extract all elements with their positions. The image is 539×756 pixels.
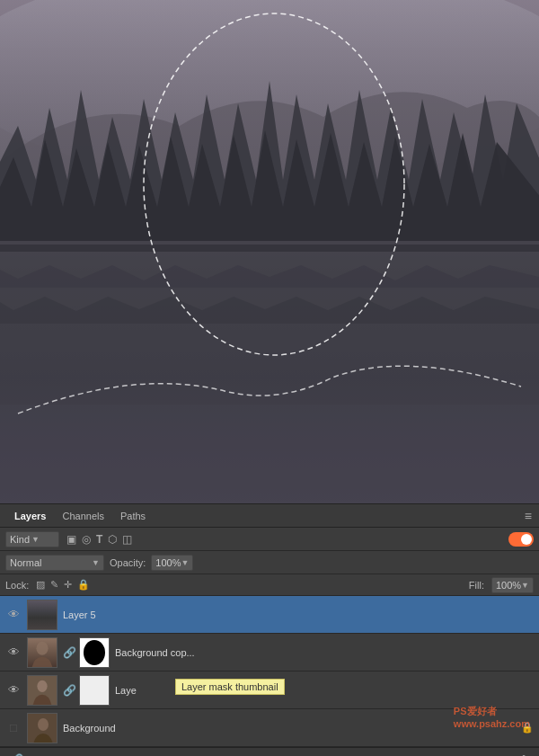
filter-type-icon[interactable]: T [96,533,102,546]
lock-label: Lock: [5,580,29,591]
chain-icon-mask: 🔗 [63,684,74,697]
thumb-landscape-layer5 [28,600,57,629]
svg-point-10 [38,718,49,731]
lock-paint-icon[interactable]: ✎ [50,579,58,591]
blend-chevron: ▼ [92,558,100,567]
filter-shape-icon[interactable]: ⬡ [108,533,117,546]
svg-point-8 [37,680,47,691]
svg-rect-3 [0,245,539,503]
chain-icon-bg-copy: 🔗 [63,646,74,659]
layers-panel: Layers Channels Paths ≡ Kind ▼ ▣ ◎ T ⬡ ◫… [0,503,539,756]
svg-point-1 [0,0,539,180]
selection-outline-svg [0,0,539,503]
visibility-background[interactable]: □ [5,720,22,736]
layer-name-background: Background [63,723,516,734]
lock-all-icon[interactable]: 🔒 [77,579,90,591]
thumb-portrait-background [28,714,57,743]
white-mask-thumb [79,675,110,706]
create-group-icon[interactable]: ◫ [73,752,91,756]
create-layer-icon[interactable]: □ [96,752,110,756]
filter-smart-icon[interactable]: ◫ [122,533,132,546]
forest-svg [0,0,539,503]
add-mask-icon[interactable]: □ [53,752,67,756]
svg-rect-2 [0,241,539,245]
blend-mode-select[interactable]: Normal ▼ [5,555,104,571]
tab-layers[interactable]: Layers [7,507,53,525]
delete-layer-icon[interactable]: 🗑 [515,752,534,756]
visibility-background-copy[interactable]: 👁 [5,645,22,661]
tab-channels[interactable]: Channels [55,507,110,525]
svg-rect-4 [0,405,539,503]
layer-row-background-copy[interactable]: 👁 🔗 Background cop... [0,634,539,672]
thumbnail-layer5 [27,600,57,630]
visibility-mask-layer[interactable]: 👁 [5,682,22,698]
blend-mode-value: Normal [10,557,41,568]
filter-toggle[interactable] [508,532,534,547]
thumbnail-mask-layer [27,675,57,706]
layer-row-layer5[interactable]: 👁 Layer 5 [0,596,539,634]
canvas-area [0,0,539,503]
thumb-portrait-bg-copy [28,638,57,667]
filter-adjust-icon[interactable]: ◎ [82,533,91,546]
mask-thumb-bg-copy [79,637,110,668]
panel-toolbar: 🔗 fx □ ◫ □ 🗑 [0,747,539,756]
thumbnail-background-copy [27,637,57,668]
blend-bar: Normal ▼ Opacity: 100% ▼ [0,551,539,574]
thumb-portrait-mask [28,676,57,705]
layer-name-layer5: Layer 5 [63,609,534,620]
mask-oval-bg-copy [84,640,105,665]
filter-icons: ▣ ◎ T ⬡ ◫ [66,533,132,546]
thumbnail-background [27,713,57,743]
watermark: PS爱好者 www.psahz.com [454,705,530,729]
layer-name-mask-layer: Laye [115,685,534,696]
opacity-value[interactable]: 100% ▼ [151,555,193,571]
fill-label: Fill: [469,580,484,591]
panel-menu-icon[interactable]: ≡ [525,509,532,523]
svg-rect-0 [0,0,539,503]
lock-bar: Lock: ▨ ✎ ✛ 🔒 Fill: 100% ▼ [0,574,539,596]
photo-background [0,0,539,503]
kind-chevron: ▼ [31,535,40,544]
panel-tabs: Layers Channels Paths ≡ [0,504,539,528]
kind-select[interactable]: Kind ▼ [5,531,59,547]
lock-transparency-icon[interactable]: ▨ [36,579,45,591]
layer-name-background-copy: Background cop... [115,647,534,658]
visibility-layer5[interactable]: 👁 [5,607,22,623]
svg-point-5 [144,13,404,355]
svg-point-6 [36,641,48,654]
opacity-label: Opacity: [110,557,146,568]
kind-label: Kind [10,534,30,545]
filter-bar: Kind ▼ ▣ ◎ T ⬡ ◫ [0,528,539,551]
fill-value[interactable]: 100% ▼ [491,577,534,593]
filter-pixel-icon[interactable]: ▣ [66,533,76,546]
link-layers-icon[interactable]: 🔗 [5,752,27,756]
lock-move-icon[interactable]: ✛ [64,579,72,591]
tab-paths[interactable]: Paths [113,507,153,525]
lock-icons: ▨ ✎ ✛ 🔒 [36,579,90,591]
fx-icon[interactable]: fx [32,752,48,757]
layer-row-mask-layer[interactable]: 👁 🔗 Laye Layer mask thumbnail [0,672,539,709]
